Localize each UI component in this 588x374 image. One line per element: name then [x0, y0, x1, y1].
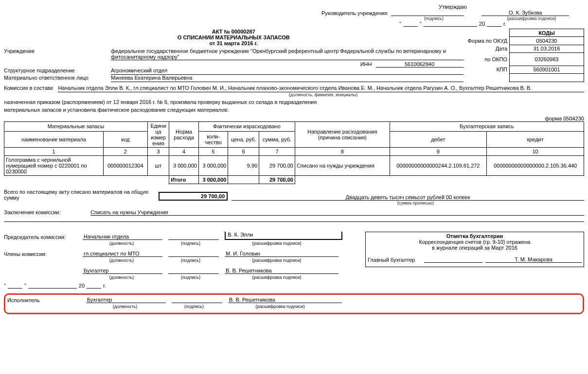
member2-name: В. В. Решетникова — [225, 268, 339, 274]
date-year — [487, 21, 501, 27]
executor-label: Исполнитель — [7, 297, 80, 303]
codes-empty — [510, 74, 584, 82]
executor-position-caption: (должность) — [86, 304, 164, 309]
position-caption: (должность) — [83, 241, 160, 246]
date-label: Дата — [467, 45, 510, 52]
position-caption: (должность) — [83, 258, 160, 263]
executor-name-caption: (расшифровка подписи) — [224, 304, 336, 309]
okpo-value: 03260983 — [510, 52, 584, 66]
cell-name: Голограмма с чернильной нумерацией номер… — [4, 156, 104, 176]
date-value: 31.03.2016 — [510, 45, 584, 52]
th-price: цена, руб. — [228, 131, 259, 147]
th-name: наименование материала — [4, 131, 104, 147]
accounting-title: Отметка бухгалтерии — [368, 233, 582, 239]
form-code: форма 0504230 — [4, 116, 584, 121]
member2-position: Бухгалтер — [83, 268, 162, 274]
date-month — [424, 21, 477, 27]
commission-label: Комиссия в составе — [4, 85, 55, 91]
member1-position: гл.специалист по МТО — [83, 251, 162, 257]
responsible-label: Материально ответственное лицо — [4, 75, 108, 81]
th-unit: Едини ца измер ения — [147, 122, 169, 148]
th-code: код — [103, 131, 147, 147]
th-credit: кредит — [487, 131, 584, 147]
year-suffix: г. — [503, 21, 506, 27]
act-number: АКТ № 00000287 — [4, 29, 463, 34]
conclusion-label: Заключение комиссии: — [4, 209, 87, 216]
department-value: Агрономический отдел — [111, 68, 463, 75]
name-caption: (расшифровка подписи) — [221, 258, 333, 263]
chairman-signature — [168, 239, 219, 240]
chairman-position: Начальник отдела — [83, 234, 162, 240]
chairman-name-box: В. К. Элли — [225, 232, 342, 240]
inn-label: ИНН — [360, 61, 372, 68]
colnum-5: 5 — [198, 148, 228, 156]
table-row: Голограмма с чернильной нумерацией номер… — [4, 156, 584, 176]
sig-year-prefix: 20 — [79, 283, 85, 289]
act-date: от 31 марта 2016 г. — [4, 40, 463, 46]
total-words-caption: (сумма прописью) — [4, 201, 584, 205]
commission-members: Начальник отдела Элли В. К., гл.специали… — [58, 85, 584, 92]
th-debit: дебет — [390, 131, 487, 147]
executor-box: Исполнитель Бухгалтер В. В. Решетникова … — [4, 293, 584, 314]
colnum-10: 10 — [487, 148, 584, 156]
executor-signature-caption: (подпись) — [170, 304, 218, 309]
leader-name: О. К. Зубкова — [481, 10, 569, 16]
colnum-7: 7 — [259, 148, 295, 156]
colnum-8: 8 — [295, 148, 390, 156]
colnum-3: 3 — [147, 148, 169, 156]
accounting-note-box: Отметка бухгалтерии Корреспонденция счет… — [365, 232, 584, 267]
total-amount-box: 29 700,00 — [159, 192, 228, 201]
inn-value: 5610062840 — [376, 61, 463, 68]
executor-signature — [172, 303, 222, 303]
codes-header: КОДЫ — [510, 29, 584, 37]
cell-credit: 00000000000000000.2.105.36.440 — [487, 156, 584, 176]
colnum-1: 1 — [4, 148, 104, 156]
member1-name: М. И. Головин — [225, 251, 339, 257]
responsible-value: Минеева Екатерина Валерьевна — [111, 75, 463, 82]
colnum-9: 9 — [390, 148, 487, 156]
total-words: Двадцать девять тысяч семьсот рублей 00 … — [232, 194, 584, 201]
executor-position: Бухгалтер — [86, 297, 166, 303]
accounting-line2: в журнале операций за Март 2016 — [368, 245, 582, 251]
colnum-6: 6 — [228, 148, 259, 156]
th-materials: Материальные запасы — [4, 122, 148, 132]
commission-caption: (должность, фамилия, инициалы) — [4, 92, 584, 97]
th-sum: сумма, руб. — [259, 131, 295, 147]
okpo-label: по ОКПО — [467, 52, 510, 66]
sig-date-month — [28, 283, 77, 289]
th-qty: коли- чество — [198, 131, 228, 147]
chief-signature — [424, 262, 482, 263]
total-line-label: Всего по настоящему акту списано материа… — [4, 189, 155, 201]
cell-qty: 3 000,000 — [198, 156, 228, 176]
name-caption: (расшифровка подписи) — [221, 241, 333, 246]
commission-line2: материальных запасов и установила фактич… — [4, 107, 584, 113]
okud-label: Форма по ОКУД — [467, 37, 510, 45]
sig-date-year — [87, 283, 101, 289]
total-qty: 3 000,000 — [198, 176, 228, 184]
commission-line1: назначенная приказом (распоряжением) от … — [4, 99, 584, 105]
cell-direction: Списано на нужды учреждения — [295, 156, 390, 176]
main-table: Материальные запасы Едини ца измер ения … — [4, 121, 584, 184]
signature-caption: (подпись) — [166, 275, 215, 280]
cell-norm: 3 000,000 — [169, 156, 199, 176]
sig-date-day — [8, 283, 22, 289]
act-title: О СПИСАНИИ МАТЕРИАЛЬНЫХ ЗАПАСОВ — [4, 34, 463, 40]
institution-label: Учреждение — [4, 48, 108, 54]
conclusion-line2 — [4, 221, 584, 222]
name-caption: (расшифровка подписи) — [221, 275, 333, 280]
codes-table: КОДЫ Форма по ОКУД0504230 Дата31.03.2016… — [467, 29, 585, 82]
member2-signature — [168, 273, 219, 274]
conclusion-text: Списать на нужны Учреждения — [90, 209, 584, 216]
executor-name: В. В. Решетникова — [228, 297, 342, 303]
department-label: Структурное подразделение — [4, 68, 108, 73]
signature-caption: (подпись) — [397, 16, 470, 21]
kpp-value: 560901001 — [510, 66, 584, 73]
sig-year-suffix: г. — [103, 283, 106, 289]
cell-debit: 00000000000000244.2.109.81.272 — [390, 156, 487, 176]
chief-label: Главный бухгалтер — [368, 257, 421, 263]
member1-signature — [168, 256, 219, 257]
th-spent: Фактически израсходовано — [198, 122, 295, 132]
cell-price: 9,90 — [228, 156, 259, 176]
kpp-label: КПП — [467, 66, 510, 73]
position-caption: (должность) — [83, 275, 160, 280]
